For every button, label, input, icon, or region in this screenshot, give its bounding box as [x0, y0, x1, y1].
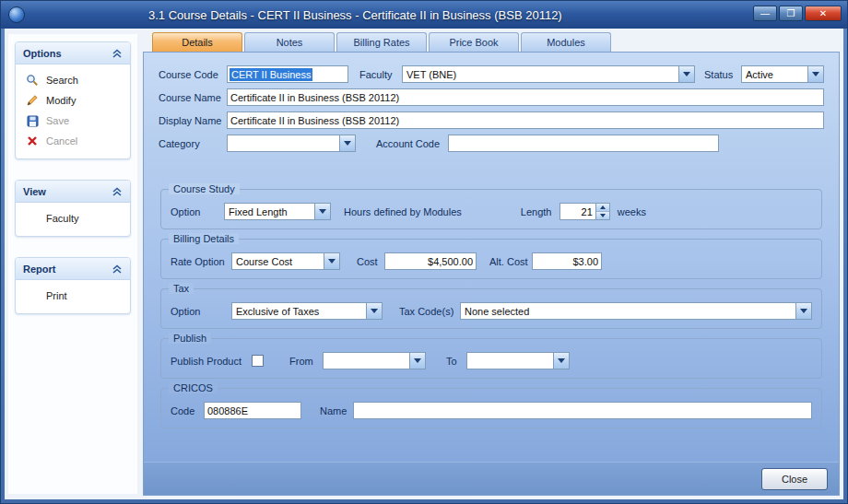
- publish-to-label: To: [446, 356, 466, 367]
- status-label: Status: [704, 69, 741, 80]
- tab-notes[interactable]: Notes: [244, 32, 335, 52]
- sidebar-item-modify[interactable]: Modify: [16, 90, 130, 111]
- tab-price-book[interactable]: Price Book: [429, 32, 519, 52]
- window-title: 3.1 Course Details - CERT II Business - …: [148, 8, 562, 22]
- sidebar-item-label: Save: [46, 115, 69, 126]
- rate-option-dropdown[interactable]: Course Cost: [231, 252, 340, 270]
- sidebar-item-print[interactable]: Print: [16, 286, 130, 306]
- hours-defined-note: Hours defined by Modules: [344, 206, 462, 217]
- chevron-down-icon[interactable]: [553, 353, 569, 369]
- course-code-selected-text: CERT II Business: [230, 68, 312, 81]
- length-spinner[interactable]: [559, 203, 610, 220]
- chevron-down-icon[interactable]: [678, 66, 694, 82]
- tax-codes-dropdown[interactable]: None selected: [460, 302, 812, 320]
- status-dropdown[interactable]: Active: [741, 65, 824, 83]
- status-value: Active: [742, 69, 807, 80]
- search-icon: [25, 73, 40, 88]
- rate-option-value: Course Cost: [232, 256, 324, 267]
- sidebar-group-options: Options Search: [15, 41, 131, 159]
- course-code-label: Course Code: [159, 69, 227, 80]
- course-code-input[interactable]: CERT II Business: [227, 65, 348, 83]
- sidebar-group-report: Report Print: [15, 257, 131, 314]
- chevron-down-icon[interactable]: [366, 303, 382, 319]
- publish-from-dropdown[interactable]: [323, 352, 426, 369]
- minimize-button[interactable]: —: [753, 6, 777, 21]
- sidebar-item-label: Print: [46, 290, 67, 301]
- publish-product-checkbox[interactable]: [252, 355, 264, 367]
- sidebar-item-save[interactable]: Save: [16, 111, 130, 131]
- cricos-code-label: Code: [171, 405, 204, 416]
- save-icon: [25, 113, 40, 128]
- billing-details-group: Billing Details Rate Option Course Cost …: [160, 239, 822, 279]
- close-button[interactable]: Close: [761, 468, 828, 490]
- sidebar-group-title: View: [23, 186, 46, 197]
- weeks-suffix: weeks: [618, 206, 646, 217]
- sidebar-item-label: Faculty: [46, 213, 78, 224]
- tax-option-label: Option: [171, 306, 231, 317]
- collapse-chevron-icon[interactable]: [112, 48, 123, 59]
- cost-input[interactable]: [384, 252, 477, 270]
- tax-codes-value: None selected: [461, 306, 795, 317]
- course-study-option-dropdown[interactable]: Fixed Length: [224, 203, 331, 220]
- spin-down-icon[interactable]: [596, 211, 609, 219]
- display-name-input[interactable]: [227, 111, 824, 129]
- tax-option-value: Exclusive of Taxes: [232, 306, 366, 317]
- tab-billing-rates[interactable]: Billing Rates: [336, 32, 427, 52]
- close-window-button[interactable]: ✕: [805, 6, 842, 21]
- rate-option-label: Rate Option: [171, 256, 231, 267]
- sidebar-group-report-header[interactable]: Report: [16, 258, 130, 280]
- length-label: Length: [521, 206, 559, 217]
- sidebar: Options Search: [8, 34, 137, 494]
- modify-icon: [25, 93, 40, 108]
- account-code-input[interactable]: [448, 135, 719, 152]
- sidebar-item-search[interactable]: Search: [16, 70, 130, 90]
- publish-product-label: Publish Product: [171, 356, 252, 367]
- tab-details[interactable]: Details: [152, 32, 242, 52]
- collapse-chevron-icon[interactable]: [112, 264, 123, 275]
- sidebar-item-cancel[interactable]: Cancel: [16, 131, 130, 151]
- cricos-group: CRICOS Code Name: [160, 388, 822, 428]
- cricos-name-input[interactable]: [353, 402, 812, 419]
- details-panel: Course Code CERT II Business Faculty VET…: [143, 52, 840, 496]
- cricos-code-input[interactable]: [204, 402, 301, 419]
- sidebar-item-faculty[interactable]: Faculty: [16, 208, 130, 229]
- chevron-down-icon[interactable]: [314, 204, 330, 219]
- faculty-label: Faculty: [359, 69, 402, 80]
- chevron-down-icon[interactable]: [807, 66, 823, 82]
- sidebar-group-options-header[interactable]: Options: [16, 42, 130, 64]
- tax-codes-label: Tax Code(s): [399, 306, 460, 317]
- course-name-input[interactable]: [227, 88, 824, 106]
- alt-cost-input[interactable]: [532, 252, 602, 270]
- sidebar-group-view-header[interactable]: View: [16, 181, 130, 203]
- spin-up-icon[interactable]: [596, 204, 609, 211]
- tax-option-dropdown[interactable]: Exclusive of Taxes: [231, 302, 383, 320]
- publish-to-dropdown[interactable]: [466, 352, 570, 369]
- faculty-value: VET (BNE): [403, 69, 678, 80]
- course-study-group-title: Course Study: [169, 183, 240, 194]
- course-study-group: Course Study Option Fixed Length Hours d…: [160, 189, 822, 229]
- title-bar: 3.1 Course Details - CERT II Business - …: [1, 1, 847, 29]
- maximize-button[interactable]: ❐: [779, 6, 803, 21]
- display-name-label: Display Name: [159, 115, 227, 126]
- faculty-dropdown[interactable]: VET (BNE): [402, 65, 695, 83]
- collapse-chevron-icon[interactable]: [112, 186, 123, 197]
- cricos-group-title: CRICOS: [169, 382, 218, 393]
- cancel-icon: [25, 134, 40, 148]
- publish-group-title: Publish: [169, 333, 211, 344]
- chevron-down-icon[interactable]: [339, 135, 355, 151]
- sidebar-group-title: Options: [23, 48, 62, 59]
- sidebar-group-view: View Faculty: [15, 180, 131, 237]
- category-label: Category: [159, 138, 227, 149]
- client-area: Options Search: [5, 29, 843, 499]
- chevron-down-icon[interactable]: [324, 253, 339, 269]
- sidebar-group-title: Report: [23, 264, 55, 275]
- account-code-label: Account Code: [376, 138, 448, 149]
- category-dropdown[interactable]: [227, 135, 356, 152]
- chevron-down-icon[interactable]: [795, 303, 811, 319]
- alt-cost-label: Alt. Cost: [489, 256, 532, 267]
- chevron-down-icon[interactable]: [409, 353, 425, 369]
- length-input[interactable]: [560, 204, 595, 219]
- cricos-name-label: Name: [320, 405, 353, 416]
- cost-label: Cost: [357, 256, 384, 267]
- tab-modules[interactable]: Modules: [521, 32, 611, 52]
